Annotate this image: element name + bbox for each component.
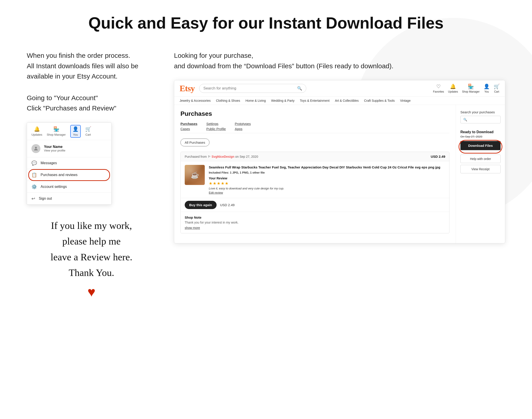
favorites-nav[interactable]: ♡ Favorites	[433, 84, 444, 93]
search-input[interactable]	[203, 86, 295, 91]
shop-manager-nav-item[interactable]: 🏪 Shop Manager	[47, 126, 65, 136]
signout-icon: ↩	[31, 196, 35, 201]
buy-again-button[interactable]: Buy this again	[185, 201, 217, 209]
bell-nav-icon: 🔔	[450, 84, 456, 90]
ready-to-download-section: Ready to Download On Sep 27, 2020 Downlo…	[460, 130, 501, 173]
review-label: Your Review	[209, 176, 445, 180]
page-content: Quick and Easy for our Instant Download …	[0, 0, 532, 317]
cat-art[interactable]: Art & Collectibles	[335, 99, 359, 102]
download-button-wrapper: Download Files	[460, 141, 501, 152]
tab-apps[interactable]: Apps	[235, 127, 251, 131]
review-section: Your Review ★★★★★ Love it, easy to downl…	[209, 176, 445, 194]
cart-nav-icon: 🛒	[494, 84, 500, 90]
cat-craft[interactable]: Craft Supplies & Tools	[364, 99, 395, 102]
etsy-nav-icons: ♡ Favorites 🔔 Updates 🏪 Shop Manager	[433, 84, 500, 93]
shop-icon: 🏪	[53, 126, 59, 132]
category-nav: Jewelry & Accessories Clothing & Shoes H…	[174, 97, 505, 105]
heart-nav-icon: ♡	[436, 84, 441, 90]
profile-row[interactable]: Your Name View your profile	[27, 140, 111, 157]
sign-out-menu-item[interactable]: ↩ Sign out	[27, 193, 111, 204]
updates-nav[interactable]: 🔔 Updates	[448, 84, 458, 93]
purchases-menu-wrapper: 📋 Purchases and reviews	[27, 169, 111, 181]
cat-wedding[interactable]: Wedding & Party	[271, 99, 295, 102]
page-title: Quick and Easy for our Instant Download …	[27, 13, 505, 33]
settings-icon: ⚙️	[31, 184, 37, 189]
purchases-sidebar: Search your purchases 🔍 Ready to Downloa…	[456, 105, 505, 243]
view-receipt-button[interactable]: View Receipt	[460, 165, 501, 173]
cat-toys[interactable]: Toys & Entertainment	[300, 99, 329, 102]
sidebar-search-label: Search your purchases	[460, 110, 501, 114]
profile-info: Your Name View your profile	[44, 145, 65, 152]
show-more-link[interactable]: show more	[185, 226, 445, 230]
ready-title: Ready to Download	[460, 130, 501, 134]
nav-icons-row: 🔔 Updates 🏪 Shop Manager 👤 You 🛒 Cart	[27, 123, 111, 140]
etsy-search-bar[interactable]: 🔍	[199, 84, 306, 93]
you-nav[interactable]: 👤 You	[484, 84, 490, 93]
etsy-browser: Etsy 🔍 ♡ Favorites 🔔 Updates	[174, 80, 505, 243]
review-text: Love it, easy to download and very cute …	[209, 187, 445, 190]
cat-home[interactable]: Home & Living	[245, 99, 266, 102]
left-column: When you finish the order process. All I…	[27, 51, 156, 300]
cart-nav-item[interactable]: 🛒 Cart	[85, 126, 91, 136]
tab-purchases[interactable]: Purchases	[181, 122, 197, 126]
edit-review-link[interactable]: Edit review	[209, 191, 445, 194]
cart-icon: 🛒	[85, 126, 91, 132]
product-info: Seamless Full Wrap Starbucks Teacher Fue…	[209, 165, 445, 194]
tab-public-profile[interactable]: Public Profile	[206, 127, 226, 131]
cat-vintage[interactable]: Vintage	[400, 99, 410, 102]
download-files-button[interactable]: Download Files	[460, 141, 501, 150]
help-order-button[interactable]: Help with order	[460, 155, 501, 163]
shop-nav-icon: 🏪	[468, 84, 474, 90]
etsy-header: Etsy 🔍 ♡ Favorites 🔔 Updates	[174, 80, 505, 97]
avatar	[31, 144, 40, 153]
heart-icon: ♥	[27, 284, 156, 300]
shop-note-text: Thank you for your interest in my work.	[185, 221, 445, 224]
shop-note-title: Shop Note	[185, 216, 445, 219]
sub-nav-col-1: Purchases Cases	[181, 122, 197, 133]
svg-point-0	[35, 147, 37, 149]
buy-price: USD 2.49	[220, 203, 235, 207]
messages-menu-item[interactable]: 💬 Messages	[27, 157, 111, 169]
cart-nav[interactable]: 🛒 Cart	[494, 84, 500, 93]
order-date: on Sep 27, 2020	[235, 155, 258, 158]
shop-link[interactable]: SvgNiceDesign	[212, 155, 234, 158]
order-footer: Buy this again USD 2.49	[181, 198, 449, 212]
right-column: Looking for your purchase, and download …	[174, 51, 505, 243]
tab-prototypes[interactable]: Prototypes	[235, 122, 251, 126]
order-header: Purchased from 🏳 SvgNiceDesign on Sep 27…	[181, 152, 449, 161]
messages-icon: 💬	[31, 160, 37, 166]
tab-cases[interactable]: Cases	[181, 127, 197, 131]
handwritten-section: If you like my work, please help me leav…	[27, 218, 156, 300]
handwritten-text: If you like my work, please help me leav…	[27, 218, 156, 281]
sub-nav: Purchases Cases Settings Public Profile …	[181, 122, 450, 133]
user-nav-icon: 👤	[484, 84, 490, 90]
purchases-main: Purchases Purchases Cases Settings Publi…	[174, 105, 456, 243]
purchases-icon: 📋	[31, 172, 37, 178]
sub-nav-col-2: Settings Public Profile	[206, 122, 226, 133]
included-files: Included Files: 1 JPG, 1 PNG, 1 other fi…	[209, 171, 445, 174]
shop-flag-icon: 🏳	[208, 155, 212, 158]
looking-text: Looking for your purchase, and download …	[174, 51, 505, 71]
tab-settings[interactable]: Settings	[206, 122, 226, 126]
cat-jewelry[interactable]: Jewelry & Accessories	[180, 99, 211, 102]
order-header-text: Purchased from 🏳 SvgNiceDesign on Sep 27…	[185, 155, 258, 158]
updates-nav-item[interactable]: 🔔 Updates	[31, 126, 42, 136]
star-rating: ★★★★★	[209, 181, 445, 186]
sidebar-search-input[interactable]: 🔍	[460, 116, 501, 123]
step-text: Going to "Your Account" Click "Purchases…	[27, 93, 156, 114]
order-item: Purchased from 🏳 SvgNiceDesign on Sep 27…	[181, 152, 450, 233]
search-icon-sidebar: 🔍	[463, 118, 467, 121]
user-icon: 👤	[73, 126, 78, 132]
product-thumb-inner: ☕	[185, 165, 205, 185]
cat-clothing[interactable]: Clothing & Shoes	[216, 99, 240, 102]
ready-date: On Sep 27, 2020	[460, 135, 501, 138]
bell-icon: 🔔	[34, 126, 40, 132]
order-price-header: USD 2.49	[431, 155, 445, 158]
all-purchases-button[interactable]: All Purchases	[181, 139, 209, 146]
purchases-menu-item[interactable]: 📋 Purchases and reviews	[27, 169, 111, 181]
purchases-layout: Purchases Purchases Cases Settings Publi…	[174, 105, 505, 243]
shop-manager-nav[interactable]: 🏪 Shop Manager	[462, 84, 480, 93]
you-nav-item[interactable]: 👤 You	[70, 125, 81, 138]
account-settings-menu-item[interactable]: ⚙️ Account settings	[27, 181, 111, 193]
purchases-title: Purchases	[181, 110, 450, 117]
